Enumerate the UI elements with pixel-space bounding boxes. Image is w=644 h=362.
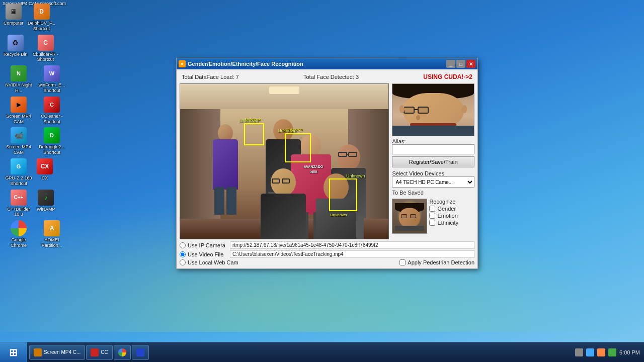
video-file-label: Use Video File: [188, 251, 228, 257]
winamp-label: WiNAMP: [37, 207, 55, 212]
ip-camera-value: rtmp://52.187.67.18/live/1a961a45-1e48-4…: [230, 241, 474, 249]
screencam-label: Screen MP4 CAM: [4, 144, 34, 155]
sidebar-item-defraggle[interactable]: D Defraggle2... Shortcut: [36, 126, 68, 156]
sidebar-item-cbuilder2[interactable]: C++ C++Builder 10.3: [3, 189, 35, 219]
sidebar-item-recycle[interactable]: ♻ Recycle Bin: [3, 34, 29, 64]
defraggle-label: Defraggle2... Shortcut: [37, 144, 67, 155]
register-button[interactable]: Register/Save/Train: [392, 156, 474, 167]
taskbar-clock: 6:00 PM: [619, 349, 640, 355]
cuda-status-text: USING CUDA!->2: [423, 73, 472, 80]
taskbar-item-screencam[interactable]: Screen MP4 C...: [29, 345, 85, 360]
face-box-3: Unknown: [329, 178, 357, 211]
video-file-radio[interactable]: [180, 251, 186, 257]
maximize-button[interactable]: □: [456, 60, 465, 68]
alias-label: Alias:: [392, 138, 474, 144]
alias-input[interactable]: [392, 144, 474, 154]
face-label-3: Unknown: [330, 213, 347, 217]
sidebar-item-chrome[interactable]: Google Chrome: [3, 219, 35, 249]
face-detected-text: Total Face Detected: 3: [303, 74, 359, 80]
video-panel: AVANZADOtrillit: [180, 83, 389, 239]
pedestrian-checkbox[interactable]: [399, 259, 406, 265]
chrome-icon: [11, 220, 27, 236]
winform-label: winForm_E... Shortcut: [37, 82, 67, 94]
taskbar-tray-icon2: [586, 348, 594, 356]
cbuilder-icon: C: [38, 35, 54, 51]
sidebar-item-winamp[interactable]: ♪ WiNAMP: [36, 189, 56, 219]
taskbar-tray-icon3: [597, 348, 605, 356]
status-bar: Total DataFace Load: 7 Total Face Detect…: [180, 72, 474, 81]
cbuilder-label: CbuilderFR - Shortcut: [31, 52, 61, 63]
person5-body: [261, 194, 306, 239]
taskbar-item-cc[interactable]: CC: [86, 345, 112, 360]
sidebar-item-winform[interactable]: W winForm_E... Shortcut: [36, 64, 68, 95]
ethnicity-checkbox-label: Ethnicity: [437, 220, 458, 226]
mp4-icon: ▶: [11, 97, 27, 113]
emotion-checkbox-row: Emotion: [429, 213, 474, 219]
start-button[interactable]: ⊞: [0, 342, 27, 363]
person5-glasses-l: [272, 178, 280, 184]
taskbar-item-chrome[interactable]: [114, 345, 131, 360]
save-thumbnail: [392, 199, 427, 234]
sidebar-item-mp4[interactable]: ▶ Screen MP4 CAM: [3, 96, 35, 126]
recycle-label: Recycle Bin: [4, 52, 28, 57]
person1-leg-l: [214, 187, 224, 215]
main-area: AVANZADOtrillit: [180, 83, 474, 239]
close-button[interactable]: ✕: [466, 60, 475, 68]
winform-icon: W: [44, 65, 60, 81]
floating-label-1: Unknown: [239, 118, 259, 123]
face-thumbnail-main: [392, 83, 474, 136]
chrome-label: Google Chrome: [4, 237, 34, 248]
taskbar-right: 6:00 PM: [571, 348, 644, 356]
title-bar[interactable]: ● Gender/Emotion/Ethnicity/Face Recognit…: [177, 58, 477, 69]
aomei-icon: A: [44, 220, 60, 236]
gender-checkbox[interactable]: [429, 206, 435, 212]
taskbar-item-app4[interactable]: [132, 345, 149, 360]
video-device-select[interactable]: A4 TECH HD PC Came...: [392, 176, 474, 188]
person1-silhouette: [210, 124, 240, 215]
ethnicity-checkbox-row: Ethnicity: [429, 220, 474, 226]
minimize-button[interactable]: _: [446, 60, 455, 68]
person1-body: [213, 139, 238, 190]
window-controls: _ □ ✕: [446, 60, 475, 68]
person4-glasses-bridge: [347, 154, 349, 155]
sidebar-item-aomei[interactable]: A AOMEI Partition...: [36, 219, 68, 249]
app-icon: ●: [179, 60, 186, 67]
taskbar-tray-icon1: [575, 348, 583, 356]
computer-label: Computer: [4, 21, 24, 26]
webcam-label: Use Local Web Cam: [188, 259, 238, 265]
taskbar-items: Screen MP4 C... CC: [27, 342, 571, 362]
delphi-label: DelphiCV_F... Shortcut: [27, 21, 57, 32]
taskbar-screencam-label: Screen MP4 C...: [44, 349, 80, 355]
face-box-2: Unknown: [285, 133, 311, 162]
sidebar-item-gpu[interactable]: G GPU-Z 2.160 Shortcut: [3, 157, 35, 188]
recognize-label: Recognize: [429, 199, 474, 205]
save-thumb-face: [392, 199, 427, 233]
sidebar-item-ccleaner[interactable]: C CCleaner - Shortcut: [36, 96, 68, 126]
alias-row: Alias:: [392, 138, 474, 154]
desktop-icons-container: 🖥 Computer D DelphiCV_F... Shortcut ♻ Re…: [3, 3, 68, 249]
webcam-radio[interactable]: [180, 259, 186, 265]
sidebar-item-delphi[interactable]: D DelphiCV_F... Shortcut: [26, 3, 58, 33]
pedestrian-row: Apply Pedestrian Detection: [399, 259, 474, 265]
sidebar-item-computer[interactable]: 🖥 Computer: [3, 3, 25, 33]
gender-checkbox-row: Gender: [429, 206, 474, 212]
ethnicity-checkbox[interactable]: [429, 220, 435, 226]
screencam-icon: 📹: [11, 127, 27, 143]
emotion-checkbox[interactable]: [429, 213, 435, 219]
sidebar-item-nvidia[interactable]: N NVIDIA Night H...: [3, 64, 35, 95]
ip-camera-radio[interactable]: [180, 242, 186, 248]
sidebar-item-screencam[interactable]: 📹 Screen MP4 CAM: [3, 126, 35, 156]
pedestrian-label: Apply Pedestrian Detection: [408, 259, 474, 265]
taskbar-cc-label: CC: [101, 349, 108, 355]
taskbar-screencam-icon: [34, 348, 42, 356]
title-bar-text: Gender/Emotion/Ethnicity/Face Recognitio…: [188, 61, 446, 67]
person4-head: [337, 144, 360, 170]
video-file-value: C:\Users\blaisexen\Videos\TestFaceTracki…: [230, 250, 474, 258]
emotion-checkbox-label: Emotion: [437, 213, 457, 219]
ccleaner-icon: C: [44, 97, 60, 113]
person5-glasses-r: [282, 178, 290, 184]
sidebar-item-cx[interactable]: CX CX: [36, 157, 54, 188]
dataface-load-text: Total DataFace Load: 7: [182, 74, 239, 80]
sidebar-item-cbuilder[interactable]: C CbuilderFR - Shortcut: [30, 34, 62, 64]
recognize-panel: Recognize Gender Emotion Ethnicity: [429, 199, 474, 234]
